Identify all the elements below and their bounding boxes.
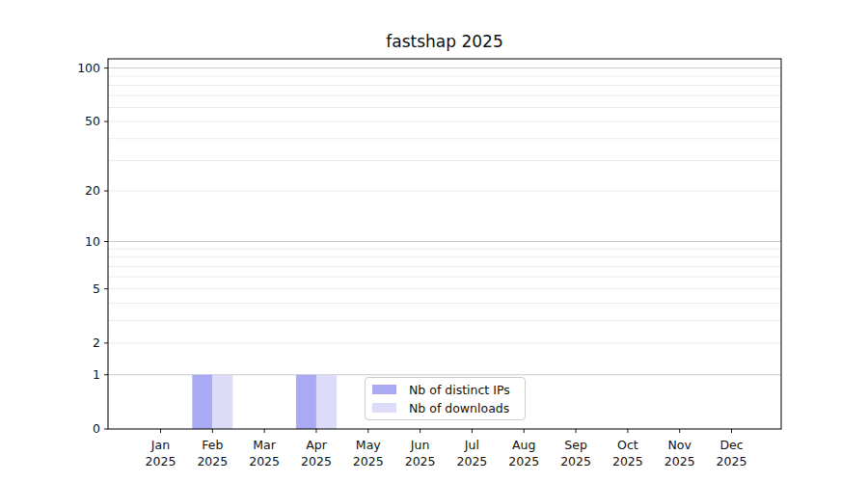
y-tick-label: 10 [85, 234, 100, 249]
x-tick-label-month: Nov [667, 438, 692, 452]
x-tick-label-month: Jun [410, 438, 430, 452]
x-tick-label-month: Aug [512, 438, 535, 452]
x-tick-label-month: Apr [306, 438, 327, 452]
legend-swatch [372, 385, 396, 394]
bar-downloads-apr [316, 375, 337, 429]
legend-item: Nb of distinct IPs [372, 383, 525, 397]
x-tick-label-month: Oct [617, 438, 638, 452]
y-tick-label: 20 [85, 183, 100, 198]
legend-swatch [372, 403, 396, 413]
x-tick-label-year: 2025 [508, 454, 539, 469]
y-tick-label: 2 [93, 335, 100, 350]
x-tick-label-month: Mar [253, 438, 276, 452]
y-tick-label: 5 [93, 281, 100, 296]
x-tick-label-year: 2025 [146, 454, 176, 469]
bar-downloads-feb [212, 375, 232, 429]
y-tick-label: 100 [77, 61, 100, 75]
x-tick-label-year: 2025 [353, 454, 384, 469]
x-tick-label-month: Dec [719, 438, 743, 452]
x-tick-label-month: Feb [202, 438, 223, 452]
axis-frame [108, 59, 781, 429]
legend-item: Nb of downloads [372, 401, 525, 415]
x-tick-label-year: 2025 [665, 454, 695, 469]
legend-label: Nb of distinct IPs [409, 383, 510, 397]
x-tick-label-year: 2025 [457, 454, 488, 469]
x-tick-label-year: 2025 [301, 454, 332, 469]
chart-canvas: Jan2025Feb2025Mar2025Apr2025May2025Jun20… [0, 0, 868, 482]
y-tick-label: 1 [93, 367, 100, 382]
chart-title: fastshap 2025 [108, 32, 781, 51]
bar-distinct-ips-apr [296, 375, 316, 429]
x-tick-label-year: 2025 [612, 454, 643, 469]
legend: Nb of distinct IPsNb of downloads [365, 377, 526, 420]
bar-distinct-ips-feb [192, 375, 212, 429]
x-tick-label-month: May [356, 438, 381, 452]
x-tick-label-month: Sep [564, 438, 587, 452]
y-tick-label: 50 [85, 114, 100, 128]
y-tick-label: 0 [93, 421, 100, 436]
x-tick-label-year: 2025 [717, 454, 747, 469]
x-tick-label-year: 2025 [405, 454, 436, 469]
x-tick-label-month: Jul [464, 438, 479, 452]
legend-label: Nb of downloads [409, 401, 509, 415]
x-tick-label-year: 2025 [560, 454, 591, 469]
x-tick-label-year: 2025 [197, 454, 228, 469]
x-tick-label-year: 2025 [249, 454, 280, 469]
x-tick-label-month: Jan [150, 438, 170, 452]
